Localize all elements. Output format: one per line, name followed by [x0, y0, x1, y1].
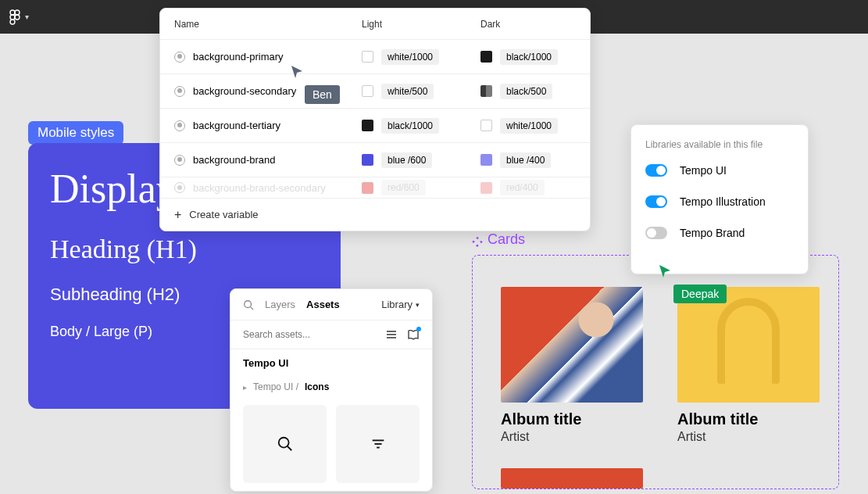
svg-point-1	[15, 10, 20, 15]
color-swatch	[362, 120, 373, 131]
svg-rect-17	[480, 240, 483, 243]
variables-header: Name Light Dark	[160, 9, 590, 40]
asset-tile-search[interactable]	[243, 405, 327, 483]
variable-row[interactable]: background-tertiary black/1000 white/100…	[160, 109, 590, 143]
assets-breadcrumb[interactable]: ▸ Tempo UI / Icons	[230, 377, 432, 397]
library-book-icon[interactable]	[407, 328, 420, 341]
variable-name: background-brand-secondary	[193, 182, 326, 194]
card-artist: Artist	[677, 430, 820, 444]
svg-rect-16	[472, 240, 475, 243]
color-swatch	[362, 182, 373, 194]
color-swatch	[480, 182, 492, 194]
library-dropdown-label: Library	[381, 299, 413, 310]
library-toggle[interactable]	[645, 164, 667, 177]
color-label: black/1000	[500, 49, 558, 65]
tab-assets[interactable]: Assets	[306, 299, 340, 310]
variable-name: background-brand	[193, 154, 276, 166]
library-name-label: Tempo Illustration	[680, 195, 766, 208]
color-label: blue /600	[381, 152, 432, 168]
color-label: white/500	[381, 84, 434, 99]
variable-name: background-tertiary	[193, 120, 280, 131]
collaborator-label-ben: Ben	[305, 85, 340, 104]
collaborator-cursor-deepak	[659, 264, 673, 278]
assets-tabs: Layers Assets Library ▾	[230, 289, 432, 320]
svg-rect-15	[476, 236, 479, 239]
card-image-placeholder	[677, 287, 820, 403]
variable-name: background-secondary	[193, 85, 296, 97]
svg-point-4	[10, 20, 15, 24]
assets-icon-grid	[230, 397, 432, 491]
assets-search-row	[230, 320, 432, 349]
color-swatch	[480, 85, 492, 97]
assets-panel[interactable]: Layers Assets Library ▾ Tempo UI ▸ Tempo…	[230, 288, 433, 492]
color-label: blue /400	[500, 152, 551, 168]
variable-icon	[174, 120, 185, 131]
variable-row[interactable]: background-secondary white/500 black/500	[160, 74, 590, 109]
frame-label-mobile-styles[interactable]: Mobile styles	[28, 121, 123, 145]
svg-point-3	[15, 15, 20, 20]
variable-icon	[174, 182, 185, 193]
library-row: Tempo Brand	[645, 227, 794, 239]
figma-icon	[9, 9, 20, 25]
plus-icon: +	[174, 208, 181, 222]
color-label: white/1000	[381, 49, 439, 65]
col-header-light: Light	[351, 19, 470, 30]
color-swatch	[480, 154, 492, 166]
library-name-label: Tempo Brand	[680, 227, 745, 239]
variable-icon	[174, 155, 185, 166]
variable-icon	[174, 52, 185, 63]
svg-point-10	[278, 438, 288, 448]
color-swatch	[362, 51, 373, 63]
variable-row[interactable]: background-primary white/1000 black/1000	[160, 40, 590, 74]
search-icon[interactable]	[243, 299, 254, 310]
library-row: Tempo UI	[645, 164, 794, 177]
library-toggle[interactable]	[645, 195, 667, 208]
svg-point-5	[245, 300, 252, 307]
notification-dot	[416, 327, 421, 331]
card-item[interactable]: Album title Artist	[677, 287, 820, 457]
svg-point-0	[10, 10, 15, 15]
chevron-down-icon: ▾	[25, 13, 29, 21]
svg-line-6	[251, 306, 254, 310]
figma-menu-button[interactable]: ▾	[9, 9, 29, 25]
library-row: Tempo Illustration	[645, 195, 794, 208]
breadcrumb-root: Tempo UI /	[253, 381, 298, 392]
color-label: red/400	[500, 180, 545, 195]
caret-right-icon: ▸	[243, 383, 247, 392]
variable-row[interactable]: background-brand blue /600 blue /400	[160, 143, 590, 177]
cards-label-text: Cards	[488, 231, 525, 248]
color-label: black/1000	[381, 118, 439, 134]
component-icon	[472, 234, 483, 245]
color-swatch	[480, 51, 492, 63]
collaborator-label-deepak: Deepak	[673, 285, 727, 303]
create-variable-label: Create variable	[189, 209, 258, 220]
variable-icon	[174, 86, 185, 97]
variables-panel[interactable]: Name Light Dark background-primary white…	[159, 8, 591, 231]
list-view-icon[interactable]	[385, 328, 398, 341]
cards-frame[interactable]: Album title Artist Album title Artist	[472, 255, 839, 489]
asset-tile-filter[interactable]	[336, 405, 420, 483]
create-variable-button[interactable]: + Create variable	[160, 198, 590, 231]
libraries-title: Libraries available in this file	[645, 139, 794, 150]
color-label: white/1000	[500, 118, 558, 134]
variable-row[interactable]: background-brand-secondary red/600 red/4…	[160, 177, 590, 198]
search-input[interactable]	[243, 329, 376, 340]
frame-label-cards[interactable]: Cards	[472, 231, 525, 248]
heading-text: Heading (H1)	[50, 234, 319, 264]
col-header-name: Name	[160, 19, 351, 30]
color-swatch	[362, 154, 373, 166]
library-dropdown[interactable]: Library ▾	[381, 299, 420, 310]
libraries-panel[interactable]: Libraries available in this file Tempo U…	[630, 124, 809, 274]
svg-rect-18	[476, 244, 479, 246]
card-item[interactable]: Album title Artist	[501, 287, 643, 457]
tab-layers[interactable]: Layers	[265, 299, 295, 310]
breadcrumb-leaf: Icons	[305, 381, 329, 392]
card-artist: Artist	[501, 430, 643, 444]
color-swatch	[362, 85, 373, 97]
library-name: Tempo UI	[230, 349, 432, 377]
svg-line-11	[287, 446, 291, 451]
library-toggle[interactable]	[645, 227, 667, 239]
card-image-placeholder	[501, 287, 643, 403]
card-image-placeholder	[501, 468, 643, 489]
card-title: Album title	[677, 410, 820, 428]
